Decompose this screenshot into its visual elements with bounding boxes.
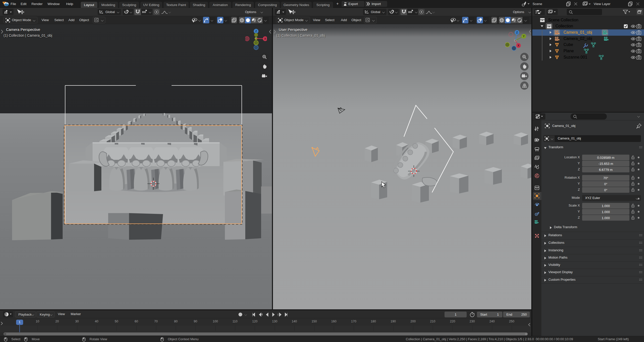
svg-text:Z: Z (516, 31, 518, 34)
svg-text:X: X (264, 37, 266, 40)
svg-text:Z: Z (255, 30, 257, 33)
svg-text:X: X (517, 44, 519, 47)
svg-text:Y: Y (523, 35, 525, 38)
